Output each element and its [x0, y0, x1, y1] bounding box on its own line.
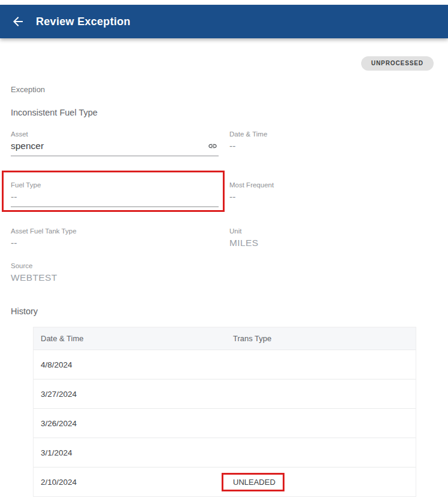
annotation-box-unleaded: UNLEADED	[222, 473, 284, 491]
back-button[interactable]	[11, 14, 25, 29]
history-row-date: 4/8/2024	[34, 360, 233, 369]
unit-field-label: Unit	[229, 227, 437, 235]
fuel-type-field-value[interactable]: --	[11, 191, 17, 203]
fuel-type-field[interactable]: Fuel Type --	[11, 181, 229, 207]
exception-detail-content: Exception Inconsistent Fuel Type Asset s…	[0, 85, 448, 497]
history-row-date: 3/1/2024	[34, 448, 233, 457]
badge-row: UNPROCESSED	[0, 38, 448, 71]
history-row-trans-type: UNLEADED	[233, 478, 276, 487]
asset-fuel-tank-type-label: Asset Fuel Tank Type	[11, 227, 229, 235]
history-row[interactable]: 3/27/2024	[34, 379, 416, 408]
history-table: Date & Time Trans Type 4/8/2024 3/27/202…	[33, 327, 416, 497]
unit-field-value: MILES	[229, 237, 437, 249]
field-row-fuel-type: Fuel Type -- Most Frequent --	[11, 181, 437, 207]
most-frequent-field: Most Frequent --	[229, 181, 437, 207]
date-time-field-value: --	[229, 140, 437, 152]
page-title: Review Exception	[36, 16, 131, 28]
history-row-date: 3/26/2024	[34, 419, 233, 428]
history-row[interactable]: 3/1/2024	[34, 438, 416, 467]
asset-field[interactable]: Asset spencer	[11, 130, 229, 156]
unit-field: Unit MILES	[229, 227, 437, 249]
field-row-tank-type: Asset Fuel Tank Type -- Unit MILES	[11, 227, 437, 249]
column-header-trans-type: Trans Type	[233, 334, 416, 343]
source-field: Source WEBTEST	[11, 262, 229, 284]
exception-section-label: Exception	[11, 85, 437, 94]
column-header-date-time: Date & Time	[34, 334, 233, 343]
most-frequent-field-value: --	[229, 191, 437, 203]
status-badge: UNPROCESSED	[361, 56, 434, 71]
source-field-value: WEBTEST	[11, 272, 229, 284]
history-row[interactable]: 2/10/2024 UNLEADED	[34, 467, 416, 496]
field-row-asset: Asset spencer Date & Time --	[11, 130, 437, 156]
asset-link-button[interactable]	[207, 141, 219, 151]
top-margin-strip	[0, 0, 448, 5]
fuel-type-field-label: Fuel Type	[11, 181, 229, 189]
arrow-left-icon	[11, 14, 25, 29]
source-field-label: Source	[11, 262, 229, 270]
exception-type-text: Inconsistent Fuel Type	[11, 108, 437, 117]
asset-fuel-tank-type-field: Asset Fuel Tank Type --	[11, 227, 229, 249]
review-exception-page: Review Exception UNPROCESSED Exception I…	[0, 0, 448, 497]
link-icon	[207, 141, 219, 151]
asset-field-value[interactable]: spencer	[11, 140, 44, 152]
field-row-source: Source WEBTEST	[11, 262, 437, 284]
date-time-field: Date & Time --	[229, 130, 437, 156]
app-header: Review Exception	[0, 5, 448, 38]
history-row-date: 2/10/2024	[34, 478, 233, 487]
asset-field-label: Asset	[11, 130, 229, 138]
history-row[interactable]: 4/8/2024	[34, 350, 416, 379]
most-frequent-field-label: Most Frequent	[229, 181, 437, 189]
asset-fuel-tank-type-value: --	[11, 237, 229, 249]
history-section-label: History	[11, 306, 437, 316]
history-row[interactable]: 3/26/2024	[34, 408, 416, 438]
date-time-field-label: Date & Time	[229, 130, 437, 138]
history-table-header: Date & Time Trans Type	[34, 327, 416, 350]
history-row-date: 3/27/2024	[34, 390, 233, 399]
